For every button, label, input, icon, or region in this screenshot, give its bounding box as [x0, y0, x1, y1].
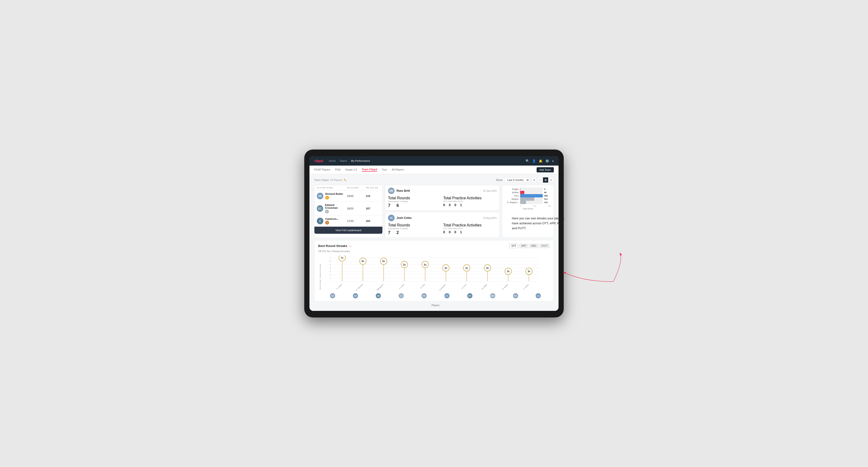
svg-text:2: 2 — [330, 273, 331, 276]
putt-val: 1 — [460, 230, 462, 234]
team-header: Team Clippd 14 Players ✏️ Show Last 3 mo… — [314, 177, 554, 183]
pb-avg: 107 — [366, 207, 380, 210]
sub-nav: PGAT Players PGA Hcaps 1-5 Team Clippd T… — [309, 165, 559, 174]
card-date: 02 Sep 2023 — [483, 190, 497, 192]
subnav-pga[interactable]: PGA — [335, 168, 341, 172]
rank-badge: 3 — [325, 221, 329, 224]
add-team-button[interactable]: Add Team — [536, 167, 554, 173]
ott-val: 0 — [443, 203, 445, 207]
subnav-all-players[interactable]: All Players — [392, 168, 404, 172]
user-icon[interactable]: 👤 — [532, 159, 536, 163]
svg-text:3: 3 — [330, 270, 331, 272]
show-controls: Show Last 3 months ⊞ ≡ ▦ ⊟ — [496, 177, 554, 183]
player-avatar: JC — [399, 293, 404, 299]
bar-wrap — [520, 194, 543, 197]
nav-link-teams[interactable]: Teams — [340, 159, 347, 162]
metric-tabs: OTT APP ARG PUTT — [509, 244, 550, 248]
axis-400: 400 — [548, 205, 551, 207]
y-axis-label: Best Streak, Fairway Accuracy — [318, 264, 321, 289]
search-icon[interactable]: 🔍 — [526, 159, 529, 163]
annotation-text: Here you can see streaks your players ha… — [512, 216, 566, 231]
player-avatar: BM — [353, 293, 358, 299]
grid-view-button[interactable]: ⊞ — [532, 177, 537, 183]
svg-text:1: 1 — [330, 277, 331, 279]
nav-link-performance[interactable]: My Performance — [351, 159, 370, 162]
avatar-icon[interactable]: ● — [552, 159, 554, 163]
bar-row: Birdies 96 — [504, 191, 551, 194]
metric-tab-arg[interactable]: ARG — [529, 244, 538, 248]
card-view-button[interactable]: ▦ — [543, 177, 548, 183]
subnav-pgat[interactable]: PGAT Players — [314, 168, 331, 172]
pb-avg: 103 — [366, 220, 380, 222]
settings-icon[interactable]: ⚙️ — [545, 159, 549, 163]
col-pb-avg: PB AVG SQ — [366, 187, 380, 189]
arrow-icon: ← — [349, 244, 352, 248]
bar-label: D. Bogeys + — [504, 201, 519, 204]
subnav-hcaps[interactable]: Hcaps 1-5 — [345, 168, 357, 172]
svg-text:J. Coles: J. Coles — [398, 283, 405, 290]
date-range-select[interactable]: Last 3 months — [504, 177, 530, 183]
svg-text:5x: 5x — [403, 263, 406, 266]
list-view-button[interactable]: ≡ — [537, 177, 542, 183]
streaks-header: Best Round Streaks ← OTT APP ARG PUTT — [318, 244, 550, 248]
svg-text:4x: 4x — [445, 267, 447, 269]
streaks-subtitle: Off The Tee, Fairway Accuracy — [318, 250, 550, 253]
metric-tab-ott[interactable]: OTT — [509, 244, 518, 248]
chart-inner: 12345677xE. Ebert6xB. McHerg6xD. Billing… — [321, 255, 550, 298]
avatar: JC — [388, 215, 395, 221]
rounds-row: 7 2 — [388, 230, 441, 235]
edit-icon[interactable]: ✏️ — [344, 179, 346, 181]
axis-200: 200 — [533, 205, 536, 207]
putt-val: 1 — [460, 203, 462, 207]
avatar: RB — [317, 193, 323, 199]
bar-wrap — [520, 191, 543, 194]
player-name: Edward Crossman — [325, 204, 347, 209]
svg-text:E. Ebert: E. Ebert — [336, 283, 342, 290]
bar-row: D. Bogeys + 131 — [504, 201, 551, 204]
player-info: EC Edward Crossman 2 — [317, 204, 347, 214]
bar-row: Pars 499 — [504, 194, 551, 197]
total-rounds-label: Total Rounds — [388, 223, 410, 227]
rounds-row: 7 6 — [388, 203, 441, 208]
card-player-name: Josh Coles — [397, 216, 482, 220]
show-label: Show — [496, 179, 502, 181]
bell-icon[interactable]: 🔔 — [539, 159, 542, 163]
bar-label: Birdies — [504, 191, 519, 194]
team-title: Team Clippd 14 Players ✏️ — [314, 179, 346, 181]
player-avatar: RB — [422, 293, 427, 299]
table-row: RB Richard Butler 1 19/20 110 — [314, 191, 382, 201]
rank-badge: 2 — [325, 210, 329, 214]
svg-text:3x: 3x — [507, 270, 510, 273]
bar-value: 499 — [544, 195, 551, 197]
svg-text:6x: 6x — [362, 260, 365, 262]
nav-bar: clippd Home Teams My Performance 🔍 👤 🔔 ⚙… — [309, 156, 559, 165]
svg-text:3x: 3x — [528, 270, 530, 273]
player-avatar: EE — [330, 293, 335, 299]
bar-label: Bogeys — [504, 198, 519, 200]
player-avatar: DF — [467, 293, 472, 299]
tournament-rounds: 7 — [388, 203, 390, 208]
player-avatar: EC — [444, 293, 450, 299]
svg-text:6x: 6x — [382, 260, 385, 262]
player-info: RB Richard Butler 1 — [317, 192, 347, 199]
streaks-title: Best Round Streaks ← — [318, 244, 352, 248]
subnav-tour[interactable]: Tour — [382, 168, 387, 172]
nav-link-home[interactable]: Home — [329, 159, 336, 162]
metric-tab-putt[interactable]: PUTT — [539, 244, 550, 248]
sub-nav-right: Add Team — [536, 167, 554, 173]
svg-text:E. Crossman: E. Crossman — [437, 283, 446, 291]
pb-score: 19/20 — [347, 195, 366, 197]
svg-text:4x: 4x — [465, 267, 468, 269]
leaderboard-panel: PLAYER NAME PB SCORE PB AVG SQ RB Richar… — [314, 185, 382, 238]
subnav-team-clippd[interactable]: Team Clippd — [362, 168, 377, 172]
table-row: EC Edward Crossman 2 18/20 107 — [314, 201, 382, 216]
view-leaderboard-button[interactable]: View Full Leaderboard — [314, 227, 382, 234]
bar-row: Bogeys 311 — [504, 197, 551, 201]
app-logo: clippd — [314, 159, 323, 163]
bar-fill — [520, 191, 524, 194]
view-icons: ⊞ ≡ ▦ ⊟ — [532, 177, 554, 183]
metric-tab-app[interactable]: APP — [519, 244, 528, 248]
svg-text:4x: 4x — [486, 267, 489, 269]
svg-text:C. Quick: C. Quick — [523, 283, 530, 290]
table-view-button[interactable]: ⊟ — [549, 177, 554, 183]
